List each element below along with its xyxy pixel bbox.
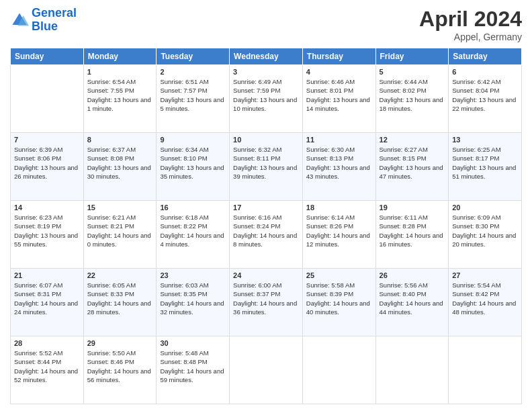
col-tuesday: Tuesday [157,48,230,65]
day-info-14: Sunrise: 6:23 AMSunset: 8:19 PMDaylight:… [14,213,80,248]
day-info-3: Sunrise: 6:49 AMSunset: 7:59 PMDaylight:… [233,77,299,113]
day-number-27: 27 [452,271,518,279]
cell-w0-d6: 6Sunrise: 6:42 AMSunset: 8:04 PMDaylight… [449,65,522,133]
col-saturday: Saturday [449,48,522,65]
cell-w4-d1: 29Sunrise: 5:50 AMSunset: 8:46 PMDayligh… [83,336,157,404]
cell-w2-d6: 20Sunrise: 6:09 AMSunset: 8:30 PMDayligh… [449,201,522,269]
day-info-13: Sunrise: 6:25 AMSunset: 8:17 PMDaylight:… [452,145,518,181]
cell-w2-d0: 14Sunrise: 6:23 AMSunset: 8:19 PMDayligh… [11,201,84,269]
cell-w3-d3: 24Sunrise: 6:00 AMSunset: 8:37 PMDayligh… [230,269,303,336]
cell-w3-d6: 27Sunrise: 5:54 AMSunset: 8:42 PMDayligh… [449,269,522,336]
day-info-2: Sunrise: 6:51 AMSunset: 7:57 PMDaylight:… [160,77,226,113]
day-number-20: 20 [452,203,518,212]
cell-w2-d3: 17Sunrise: 6:16 AMSunset: 8:24 PMDayligh… [230,201,303,269]
day-info-18: Sunrise: 6:14 AMSunset: 8:26 PMDaylight:… [306,213,372,248]
day-info-6: Sunrise: 6:42 AMSunset: 8:04 PMDaylight:… [452,77,518,113]
cell-w1-d0: 7Sunrise: 6:39 AMSunset: 8:06 PMDaylight… [11,133,84,201]
cell-w0-d5: 5Sunrise: 6:44 AMSunset: 8:02 PMDaylight… [375,65,449,133]
day-info-15: Sunrise: 6:21 AMSunset: 8:21 PMDaylight:… [87,213,153,248]
day-info-24: Sunrise: 6:00 AMSunset: 8:37 PMDaylight:… [233,281,299,316]
cell-w0-d4: 4Sunrise: 6:46 AMSunset: 8:01 PMDaylight… [302,65,375,133]
day-info-5: Sunrise: 6:44 AMSunset: 8:02 PMDaylight:… [380,77,445,113]
logo-text: General Blue [32,7,77,34]
col-wednesday: Wednesday [230,48,303,65]
cell-w3-d0: 21Sunrise: 6:07 AMSunset: 8:31 PMDayligh… [11,269,84,336]
day-number-17: 17 [233,203,299,212]
day-info-11: Sunrise: 6:30 AMSunset: 8:13 PMDaylight:… [306,145,372,181]
day-number-4: 4 [306,68,372,76]
day-info-23: Sunrise: 6:03 AMSunset: 8:35 PMDaylight:… [160,281,226,316]
day-info-25: Sunrise: 5:58 AMSunset: 8:39 PMDaylight:… [306,281,372,316]
day-number-9: 9 [160,136,226,144]
col-thursday: Thursday [302,48,375,65]
cell-w3-d4: 25Sunrise: 5:58 AMSunset: 8:39 PMDayligh… [302,269,375,336]
cell-w0-d0 [11,65,84,133]
day-number-29: 29 [87,339,153,347]
day-info-7: Sunrise: 6:39 AMSunset: 8:06 PMDaylight:… [14,145,80,181]
day-number-19: 19 [380,203,445,212]
day-number-24: 24 [233,271,299,279]
calendar-header-row: Sunday Monday Tuesday Wednesday Thursday… [11,48,522,65]
calendar-subtitle: Appel, Germany [419,32,522,42]
logo-line1: General [32,6,77,19]
day-number-30: 30 [160,339,226,347]
day-number-12: 12 [380,136,445,144]
day-number-23: 23 [160,271,226,279]
cell-w4-d2: 30Sunrise: 5:48 AMSunset: 8:48 PMDayligh… [157,336,230,404]
cell-w4-d3 [230,336,303,404]
week-row-2: 14Sunrise: 6:23 AMSunset: 8:19 PMDayligh… [11,201,522,269]
day-number-16: 16 [160,203,226,212]
day-info-8: Sunrise: 6:37 AMSunset: 8:08 PMDaylight:… [87,145,153,181]
calendar-table: Sunday Monday Tuesday Wednesday Thursday… [10,48,522,404]
cell-w1-d1: 8Sunrise: 6:37 AMSunset: 8:08 PMDaylight… [83,133,157,201]
day-info-12: Sunrise: 6:27 AMSunset: 8:15 PMDaylight:… [380,145,445,181]
day-number-22: 22 [87,271,153,279]
cell-w2-d1: 15Sunrise: 6:21 AMSunset: 8:21 PMDayligh… [83,201,157,269]
day-number-10: 10 [233,136,299,144]
day-info-30: Sunrise: 5:48 AMSunset: 8:48 PMDaylight:… [160,349,226,384]
day-info-27: Sunrise: 5:54 AMSunset: 8:42 PMDaylight:… [452,281,518,316]
cell-w0-d2: 2Sunrise: 6:51 AMSunset: 7:57 PMDaylight… [157,65,230,133]
day-number-26: 26 [380,271,445,279]
day-info-21: Sunrise: 6:07 AMSunset: 8:31 PMDaylight:… [14,281,80,316]
day-number-14: 14 [14,203,80,212]
header: General Blue April 2024 Appel, Germany [10,7,522,42]
day-number-15: 15 [87,203,153,212]
col-monday: Monday [83,48,157,65]
cell-w3-d5: 26Sunrise: 5:56 AMSunset: 8:40 PMDayligh… [375,269,449,336]
calendar-title: April 2024 [419,7,522,32]
cell-w2-d5: 19Sunrise: 6:11 AMSunset: 8:28 PMDayligh… [375,201,449,269]
day-number-1: 1 [87,68,153,76]
day-number-3: 3 [233,68,299,76]
day-info-1: Sunrise: 6:54 AMSunset: 7:55 PMDaylight:… [87,77,153,113]
cell-w4-d0: 28Sunrise: 5:52 AMSunset: 8:44 PMDayligh… [11,336,84,404]
day-info-16: Sunrise: 6:18 AMSunset: 8:22 PMDaylight:… [160,213,226,248]
cell-w4-d4 [302,336,375,404]
col-sunday: Sunday [11,48,84,65]
day-number-5: 5 [380,68,445,76]
day-info-10: Sunrise: 6:32 AMSunset: 8:11 PMDaylight:… [233,145,299,181]
day-number-18: 18 [306,203,372,212]
day-number-7: 7 [14,136,80,144]
day-number-13: 13 [452,136,518,144]
cell-w3-d2: 23Sunrise: 6:03 AMSunset: 8:35 PMDayligh… [157,269,230,336]
col-friday: Friday [375,48,449,65]
cell-w2-d4: 18Sunrise: 6:14 AMSunset: 8:26 PMDayligh… [302,201,375,269]
logo: General Blue [10,7,77,34]
day-number-6: 6 [452,68,518,76]
day-number-8: 8 [87,136,153,144]
cell-w4-d5 [375,336,449,404]
day-info-9: Sunrise: 6:34 AMSunset: 8:10 PMDaylight:… [160,145,226,181]
cell-w1-d3: 10Sunrise: 6:32 AMSunset: 8:11 PMDayligh… [230,133,303,201]
cell-w1-d5: 12Sunrise: 6:27 AMSunset: 8:15 PMDayligh… [375,133,449,201]
logo-line2: Blue [32,19,58,33]
day-number-11: 11 [306,136,372,144]
cell-w1-d2: 9Sunrise: 6:34 AMSunset: 8:10 PMDaylight… [157,133,230,201]
day-number-2: 2 [160,68,226,76]
week-row-0: 1Sunrise: 6:54 AMSunset: 7:55 PMDaylight… [11,65,522,133]
logo-icon [10,11,29,30]
day-number-25: 25 [306,271,372,279]
cell-w1-d6: 13Sunrise: 6:25 AMSunset: 8:17 PMDayligh… [449,133,522,201]
day-info-28: Sunrise: 5:52 AMSunset: 8:44 PMDaylight:… [14,349,80,384]
cell-w3-d1: 22Sunrise: 6:05 AMSunset: 8:33 PMDayligh… [83,269,157,336]
